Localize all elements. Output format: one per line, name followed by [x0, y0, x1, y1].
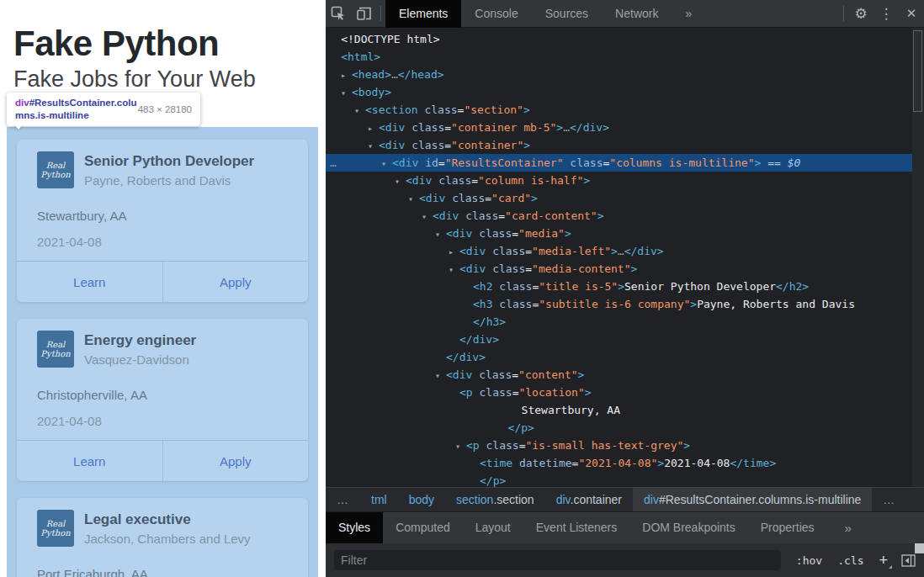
expand-arrow-icon[interactable]: ▸	[341, 66, 352, 84]
breadcrumb-token: …	[337, 493, 349, 506]
learn-link[interactable]: Learn	[73, 454, 105, 468]
code-token: <head>	[352, 68, 391, 81]
breadcrumb-item[interactable]: …	[872, 488, 906, 512]
logo-text-line1: Real	[46, 340, 66, 349]
expand-arrow-icon[interactable]: ▸	[368, 119, 379, 137]
code-token: == $0	[761, 156, 800, 169]
tree-row[interactable]: ▾<div class="container">	[326, 136, 912, 154]
code-token: "ResultsContainer"	[445, 156, 564, 169]
tree-row[interactable]: ▾<div class="media-content">	[326, 260, 912, 278]
new-style-rule-button[interactable]: +	[879, 552, 888, 569]
close-devtools-icon[interactable]: ✕	[899, 3, 924, 24]
code-token: <div	[433, 209, 459, 222]
toolbar-divider	[843, 6, 844, 21]
elements-scrollbar[interactable]	[912, 28, 924, 487]
settings-gear-icon[interactable]: ⚙	[848, 3, 874, 24]
tree-row[interactable]: </p>	[326, 472, 912, 487]
breadcrumb-item[interactable]: body	[398, 488, 445, 512]
code-token: >	[618, 280, 624, 293]
tab-console[interactable]: Console	[461, 0, 531, 28]
tree-row[interactable]: ▸<div class="container mb-5">…</div>	[326, 119, 912, 136]
code-token: =	[498, 209, 505, 222]
tree-row[interactable]: <p class="location">	[326, 384, 912, 401]
code-token: "is-small has-text-grey"	[525, 439, 683, 452]
expand-arrow-icon[interactable]: ▸	[449, 243, 459, 261]
code-token: "media-left"	[532, 245, 611, 257]
job-card: Real Python Energy engineer Vasquez-Davi…	[17, 319, 308, 481]
company-logo: Real Python	[37, 331, 74, 368]
tree-row[interactable]: Stewartbury, AA	[326, 401, 912, 419]
breadcrumb-item[interactable]: tml	[360, 488, 398, 512]
tree-row[interactable]: </p>	[326, 419, 912, 437]
code-token: …	[391, 68, 398, 81]
tree-row[interactable]: </h3>	[326, 313, 912, 331]
job-title: Energy engineer	[84, 332, 196, 349]
tab-properties[interactable]: Properties	[748, 512, 827, 543]
breadcrumb-item[interactable]: section.section	[445, 488, 545, 512]
collapse-arrow-icon[interactable]: ▾	[395, 172, 406, 190]
code-token: >	[631, 262, 638, 275]
collapse-arrow-icon[interactable]: ▾	[368, 137, 379, 155]
breadcrumb-item[interactable]: div#ResultsContainer.columns.is-multilin…	[633, 488, 872, 512]
logo-text-line2: Python	[40, 170, 70, 179]
device-toolbar-button[interactable]	[351, 3, 376, 24]
tree-row[interactable]: <time datetime="2021-04-08">2021-04-08</…	[326, 454, 912, 472]
toggle-hover-state-button[interactable]: :hov	[796, 554, 822, 567]
tab-event-listeners[interactable]: Event Listeners	[523, 512, 630, 543]
tooltip-notch	[13, 124, 24, 130]
toggle-classes-button[interactable]: .cls	[837, 554, 863, 567]
tree-row[interactable]: …▾<div id="ResultsContainer" class="colu…	[326, 154, 912, 172]
more-sidebar-tabs-button[interactable]: »	[832, 512, 864, 543]
code-token: <html>	[341, 50, 380, 63]
tree-row[interactable]: <h2 class="title is-5">Senior Python Dev…	[326, 278, 912, 295]
collapse-arrow-icon[interactable]: ▾	[381, 155, 392, 172]
tree-row[interactable]: ▾<section class="section">	[326, 101, 912, 119]
tab-computed[interactable]: Computed	[383, 512, 463, 543]
job-title: Senior Python Developer	[84, 153, 254, 170]
tree-row[interactable]: ▾<div class="card">	[326, 189, 912, 207]
collapse-arrow-icon[interactable]: ▾	[341, 84, 352, 102]
tree-row[interactable]: ▸<head>…</head>	[326, 66, 912, 83]
tab-styles[interactable]: Styles	[326, 512, 383, 543]
collapse-arrow-icon[interactable]: ▾	[455, 437, 466, 455]
tree-row[interactable]: </div>	[326, 348, 912, 366]
learn-link[interactable]: Learn	[73, 275, 105, 289]
tree-row[interactable]: <!DOCTYPE html>	[326, 30, 912, 48]
overflow-menu-icon[interactable]: ⋮	[874, 3, 899, 24]
tab-layout[interactable]: Layout	[463, 512, 523, 543]
code-token: class	[486, 262, 525, 275]
more-tabs-button[interactable]: »	[672, 0, 705, 28]
scrollbar-thumb[interactable]	[913, 30, 922, 112]
tree-row[interactable]: ▾<div class="column is-half">	[326, 172, 912, 189]
collapse-arrow-icon[interactable]: ▾	[449, 261, 459, 278]
tree-row[interactable]: ▾<div class="card-content">	[326, 207, 912, 225]
code-token: >	[565, 227, 571, 240]
tree-row[interactable]: ▾<p class="is-small has-text-grey">	[326, 437, 912, 454]
tree-row[interactable]: </div>	[326, 331, 912, 348]
tree-row[interactable]: <h3 class="subtitle is-6 company">Payne,…	[326, 295, 912, 313]
tree-row[interactable]: ▸<div class="media-left">…</div>	[326, 242, 912, 260]
apply-link[interactable]: Apply	[220, 275, 252, 289]
toggle-sidebar-button[interactable]	[901, 554, 916, 567]
collapse-arrow-icon[interactable]: ▾	[408, 190, 419, 208]
tab-sources[interactable]: Sources	[532, 0, 602, 28]
tree-row[interactable]: ▾<div class="media">	[326, 225, 912, 242]
collapse-arrow-icon[interactable]: ▾	[422, 208, 433, 225]
collapse-arrow-icon[interactable]: ▾	[354, 102, 365, 119]
code-token: "column is-half"	[478, 174, 583, 187]
tree-row[interactable]: ▾<div class="content">	[326, 366, 912, 384]
tab-dom-breakpoints[interactable]: DOM Breakpoints	[629, 512, 747, 543]
breadcrumb-item[interactable]: div.container	[545, 488, 633, 512]
breadcrumb-item[interactable]: …	[326, 488, 360, 512]
tree-row[interactable]: <html>	[326, 48, 912, 66]
tree-row[interactable]: ▾<body>	[326, 83, 912, 101]
inspect-element-button[interactable]	[326, 3, 351, 24]
tab-network[interactable]: Network	[602, 0, 672, 28]
tab-elements[interactable]: Elements	[385, 0, 461, 28]
collapse-arrow-icon[interactable]: ▾	[435, 367, 446, 384]
styles-filter-input[interactable]	[334, 550, 781, 570]
devtools-tabs: Elements Console Sources Network »	[385, 0, 705, 28]
card-footer: Learn Apply	[17, 440, 308, 481]
collapse-arrow-icon[interactable]: ▾	[435, 225, 446, 243]
apply-link[interactable]: Apply	[220, 454, 252, 468]
